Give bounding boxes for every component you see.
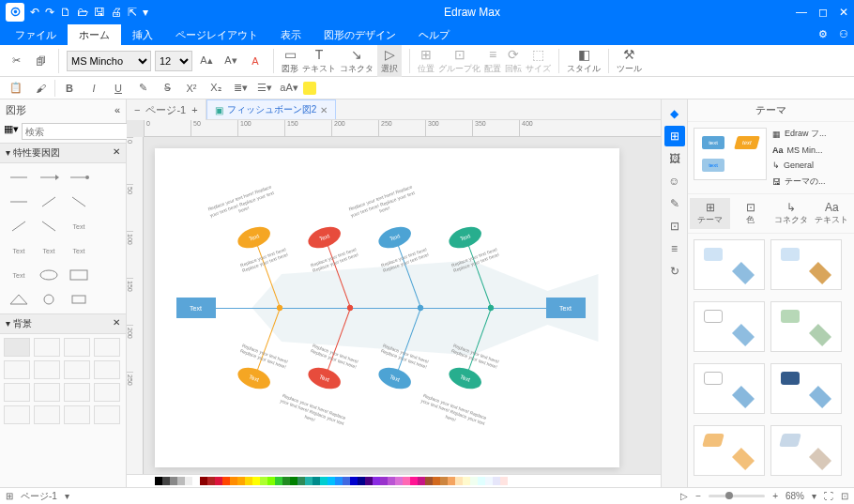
color-swatch[interactable] xyxy=(185,477,192,485)
tool-group[interactable]: ⚒ツール xyxy=(617,47,642,75)
bg-item[interactable] xyxy=(34,383,60,402)
shape-item[interactable] xyxy=(36,193,62,210)
italic-icon[interactable]: I xyxy=(84,80,104,97)
tab-close-icon[interactable]: ✕ xyxy=(320,105,328,115)
color-swatch[interactable] xyxy=(207,477,215,485)
print-icon[interactable]: 🖨 xyxy=(111,6,122,19)
page-label[interactable]: ページ-1 xyxy=(145,103,186,117)
rotate-group[interactable]: ⟳回転 xyxy=(505,47,522,75)
fit-page-icon[interactable]: ⛶ xyxy=(824,491,833,501)
theme-prop[interactable]: ▦Edraw フ... xyxy=(772,128,848,140)
bg-item[interactable] xyxy=(4,360,30,379)
theme-tab-text[interactable]: Aaテキスト xyxy=(812,198,852,229)
shape-item[interactable] xyxy=(6,169,32,186)
font-name-select[interactable]: MS Mincho xyxy=(67,51,151,71)
bg-item[interactable] xyxy=(64,405,90,424)
bg-item[interactable] xyxy=(4,338,30,357)
settings-icon[interactable]: ⚙ xyxy=(813,24,833,45)
save-icon[interactable]: 🖫 xyxy=(94,6,105,19)
cause-oval[interactable]: Text xyxy=(375,363,414,392)
color-swatch[interactable] xyxy=(485,477,493,485)
fish-tail[interactable]: Text xyxy=(546,298,586,318)
color-swatch[interactable] xyxy=(440,477,448,485)
undo-icon[interactable]: ↶ xyxy=(30,6,39,19)
theme-prop[interactable]: AaMS Min... xyxy=(772,145,848,155)
theme-tab-connector[interactable]: ↳コネクタ xyxy=(771,198,812,229)
text-tool[interactable]: Tテキスト xyxy=(302,47,336,75)
bold-icon[interactable]: B xyxy=(59,80,80,97)
theme-item[interactable] xyxy=(770,425,842,476)
open-file-icon[interactable]: 🗁 xyxy=(77,6,88,19)
share-icon[interactable]: ⚇ xyxy=(833,24,854,45)
maximize-icon[interactable]: ◻ xyxy=(818,6,828,19)
strike-icon[interactable]: S̶ xyxy=(157,80,177,97)
text-highlight-icon[interactable] xyxy=(303,82,316,95)
color-swatch[interactable] xyxy=(410,477,418,485)
theme-item[interactable] xyxy=(770,239,842,290)
cause-oval[interactable]: Text xyxy=(446,222,484,252)
color-swatch[interactable] xyxy=(418,477,425,485)
theme-prop[interactable]: ↳General xyxy=(772,160,848,170)
collapse-left-icon[interactable]: « xyxy=(114,104,120,115)
play-icon[interactable]: ▷ xyxy=(680,491,688,501)
page-indicator[interactable]: ページ-1 xyxy=(21,490,57,503)
color-swatch[interactable] xyxy=(170,477,177,485)
menu-insert[interactable]: 挿入 xyxy=(121,24,164,45)
shape-item[interactable] xyxy=(66,267,92,283)
bg-item[interactable] xyxy=(94,383,120,402)
cause-endtext[interactable]: Replace your text here! Replace your tex… xyxy=(343,182,420,225)
connector-tool[interactable]: ↘コネクタ xyxy=(340,47,374,75)
shape-item[interactable]: Text xyxy=(6,242,32,259)
linespace-icon[interactable]: ☰▾ xyxy=(254,80,275,97)
color-swatch[interactable] xyxy=(290,477,297,485)
color-swatch[interactable] xyxy=(275,477,282,485)
menu-help[interactable]: ヘルプ xyxy=(407,24,461,45)
accordion-fishbone[interactable]: ▾ 特性要因図✕ xyxy=(0,143,126,163)
zoom-dropdown-icon[interactable]: ▾ xyxy=(812,491,816,501)
color-swatch[interactable] xyxy=(192,477,200,485)
shape-item[interactable]: Text xyxy=(36,242,62,259)
color-swatch[interactable] xyxy=(215,477,222,485)
shape-item[interactable] xyxy=(66,193,92,210)
style-group[interactable]: ◧スタイル xyxy=(567,47,601,75)
color-swatch[interactable] xyxy=(358,477,365,485)
color-swatch[interactable] xyxy=(282,477,290,485)
shape-item[interactable] xyxy=(6,218,32,235)
shape-tool[interactable]: ▭図形 xyxy=(282,47,298,75)
cause-endtext[interactable]: Replace your text here! Replace your tex… xyxy=(414,390,491,434)
select-tool[interactable]: ▷選択 xyxy=(377,45,402,77)
color-swatch[interactable] xyxy=(448,477,455,485)
color-swatch[interactable] xyxy=(478,477,485,485)
cause-endtext[interactable]: Replace your text here! Replace your tex… xyxy=(203,182,280,225)
cause-oval[interactable]: Text xyxy=(235,363,273,392)
shape-item[interactable]: Text xyxy=(6,267,32,283)
new-file-icon[interactable]: 🗋 xyxy=(60,6,71,19)
color-swatch[interactable] xyxy=(388,477,395,485)
font-shrink-icon[interactable]: A▾ xyxy=(221,51,241,71)
shape-item[interactable] xyxy=(66,291,92,308)
accordion-background[interactable]: ▾ 背景✕ xyxy=(0,313,126,334)
theme-item[interactable] xyxy=(770,363,842,414)
zoom-slider[interactable] xyxy=(709,495,765,497)
color-swatch[interactable] xyxy=(403,477,410,485)
color-swatch[interactable] xyxy=(320,477,328,485)
cause-endtext[interactable]: Replace your text here! Replace your tex… xyxy=(273,390,350,434)
shape-item[interactable] xyxy=(36,169,62,186)
theme-tab-color[interactable]: ⊡色 xyxy=(730,198,770,229)
color-swatch[interactable] xyxy=(373,477,380,485)
underline-icon[interactable]: U xyxy=(108,80,129,97)
highlight-icon[interactable]: ✎ xyxy=(132,80,153,97)
rail-chart-icon[interactable]: ⊡ xyxy=(664,216,685,237)
color-swatch[interactable] xyxy=(222,477,230,485)
bg-item[interactable] xyxy=(94,405,120,424)
close-icon[interactable]: ✕ xyxy=(839,6,848,19)
shape-item[interactable] xyxy=(6,193,32,210)
color-swatch[interactable] xyxy=(463,477,470,485)
color-swatch[interactable] xyxy=(433,477,440,485)
color-swatch[interactable] xyxy=(267,477,275,485)
page-prev-icon[interactable]: − xyxy=(134,104,140,115)
color-swatch[interactable] xyxy=(177,477,185,485)
color-swatch[interactable] xyxy=(343,477,350,485)
bg-item[interactable] xyxy=(34,405,60,424)
rail-clip-icon[interactable]: ✎ xyxy=(664,193,685,214)
